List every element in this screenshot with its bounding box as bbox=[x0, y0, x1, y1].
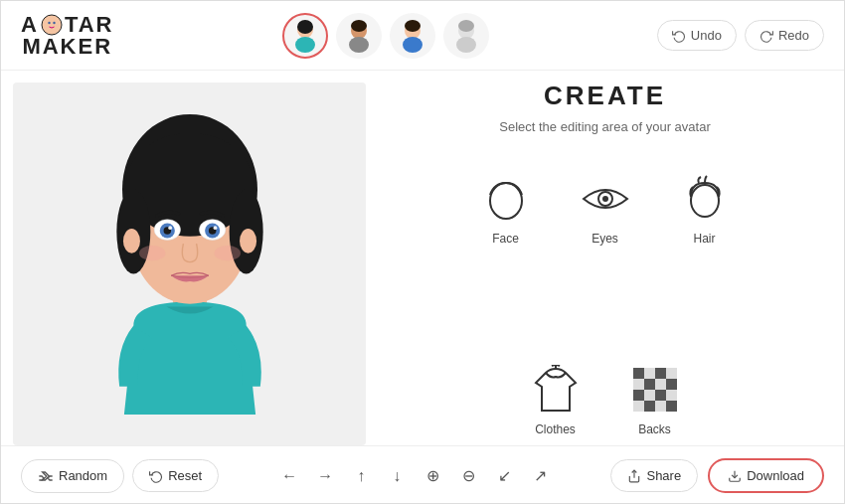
avatar-presets bbox=[282, 13, 489, 59]
logo: A TAR MAKER bbox=[21, 14, 113, 58]
eyes-icon bbox=[579, 172, 632, 226]
clothes-icon bbox=[529, 363, 583, 417]
header-actions: Undo Redo bbox=[657, 20, 824, 51]
svg-point-33 bbox=[214, 246, 240, 260]
share-button[interactable]: Share bbox=[610, 459, 698, 492]
clothes-label: Clothes bbox=[535, 422, 576, 436]
svg-point-6 bbox=[295, 37, 315, 53]
footer-right: Share Download bbox=[610, 458, 824, 493]
hair-icon bbox=[678, 172, 732, 226]
face-icon bbox=[479, 172, 533, 226]
zoom-out-button[interactable]: ⊖ bbox=[452, 460, 484, 492]
avatar-preset-4[interactable] bbox=[443, 13, 489, 59]
footer-controls: ← → ↑ ↓ ⊕ ⊖ ↙ ↗ bbox=[219, 460, 610, 492]
rotate-ccw-button[interactable]: ↙ bbox=[488, 460, 520, 492]
footer-left: Random Reset bbox=[21, 459, 219, 493]
random-label: Random bbox=[59, 468, 107, 483]
reset-label: Reset bbox=[168, 468, 202, 483]
edit-options-row2: Clothes Backs bbox=[511, 363, 700, 436]
edit-item-clothes[interactable]: Clothes bbox=[511, 363, 600, 436]
undo-icon bbox=[672, 29, 686, 43]
edit-item-backs[interactable]: Backs bbox=[610, 363, 700, 436]
backs-icon bbox=[628, 363, 682, 417]
preset-avatar-icon-3 bbox=[394, 17, 431, 55]
svg-point-11 bbox=[405, 20, 421, 32]
edit-options-row1: Face Eyes bbox=[461, 164, 750, 353]
svg-point-15 bbox=[456, 37, 476, 53]
avatar-preset-2[interactable] bbox=[336, 13, 382, 59]
main-content: CREATE Select the editing area of your a… bbox=[1, 71, 844, 445]
svg-point-30 bbox=[122, 229, 139, 253]
svg-point-37 bbox=[691, 185, 719, 217]
avatar-preset-1[interactable] bbox=[282, 13, 328, 59]
redo-button[interactable]: Redo bbox=[745, 20, 824, 51]
redo-icon bbox=[760, 29, 773, 43]
random-button[interactable]: Random bbox=[21, 459, 124, 493]
redo-label: Redo bbox=[778, 28, 809, 43]
download-label: Download bbox=[747, 468, 804, 483]
preset-avatar-icon-4 bbox=[447, 17, 485, 55]
logo-line1: A TAR bbox=[21, 14, 113, 36]
hair-label: Hair bbox=[693, 232, 715, 246]
svg-point-31 bbox=[240, 229, 256, 253]
svg-point-9 bbox=[349, 37, 369, 53]
reset-icon bbox=[149, 469, 163, 483]
svg-point-2 bbox=[48, 21, 50, 23]
header: A TAR MAKER bbox=[1, 1, 844, 71]
preset-avatar-icon-1 bbox=[286, 17, 324, 55]
face-label: Face bbox=[492, 232, 519, 246]
create-title: CREATE bbox=[544, 81, 666, 111]
move-up-button[interactable]: ↑ bbox=[345, 460, 377, 492]
random-icon bbox=[38, 468, 54, 484]
edit-item-eyes[interactable]: Eyes bbox=[561, 164, 650, 253]
share-icon bbox=[627, 469, 641, 483]
move-down-button[interactable]: ↓ bbox=[381, 460, 413, 492]
logo-line2: MAKER bbox=[22, 36, 112, 58]
svg-point-29 bbox=[213, 226, 217, 230]
avatar-preset-3[interactable] bbox=[390, 13, 435, 59]
logo-avatar-icon bbox=[41, 14, 63, 36]
download-button[interactable]: Download bbox=[708, 458, 824, 493]
eyes-label: Eyes bbox=[592, 232, 618, 246]
undo-label: Undo bbox=[691, 28, 722, 43]
svg-point-12 bbox=[403, 37, 422, 53]
svg-point-8 bbox=[351, 20, 367, 32]
preset-avatar-icon-2 bbox=[340, 17, 378, 55]
undo-button[interactable]: Undo bbox=[657, 20, 737, 51]
footer: Random Reset ← → ↑ ↓ ⊕ ⊖ ↙ ↗ Share bbox=[1, 445, 844, 504]
zoom-in-button[interactable]: ⊕ bbox=[417, 460, 448, 492]
backs-label: Backs bbox=[638, 422, 671, 436]
download-icon bbox=[728, 469, 742, 483]
avatar-canvas bbox=[13, 83, 366, 445]
svg-point-32 bbox=[139, 246, 165, 260]
right-panel: CREATE Select the editing area of your a… bbox=[366, 71, 844, 445]
edit-item-hair[interactable]: Hair bbox=[660, 164, 750, 253]
share-label: Share bbox=[646, 468, 681, 483]
reset-button[interactable]: Reset bbox=[132, 459, 219, 492]
move-right-button[interactable]: → bbox=[309, 460, 341, 492]
svg-point-5 bbox=[297, 20, 313, 34]
rotate-cw-button[interactable]: ↗ bbox=[524, 460, 556, 492]
move-left-button[interactable]: ← bbox=[273, 460, 305, 492]
edit-item-face[interactable]: Face bbox=[461, 164, 551, 253]
svg-point-3 bbox=[53, 21, 55, 23]
svg-point-14 bbox=[458, 20, 474, 32]
avatar-illustration bbox=[51, 95, 329, 433]
svg-point-36 bbox=[602, 196, 608, 202]
create-subtitle: Select the editing area of your avatar bbox=[499, 119, 710, 134]
svg-point-28 bbox=[168, 226, 172, 230]
